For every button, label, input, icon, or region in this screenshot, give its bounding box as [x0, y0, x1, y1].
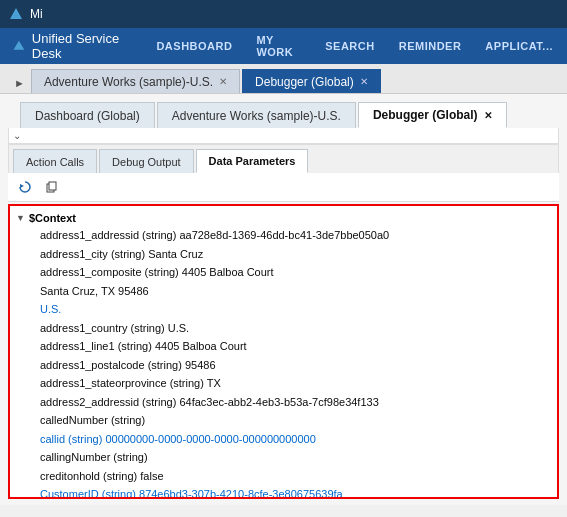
tree-item: address1_postalcode (string) 95486	[16, 356, 551, 375]
svg-rect-4	[49, 182, 56, 190]
data-panel[interactable]: ▼ $Context address1_addressid (string) a…	[8, 204, 559, 499]
root-label: $Context	[29, 212, 76, 224]
tree-item: address2_addressid (string) 64fac3ec-abb…	[16, 393, 551, 412]
nav-item-applicat[interactable]: APPLICAT...	[483, 36, 555, 56]
tab-debugger-global-close[interactable]: ✕	[360, 76, 368, 87]
tree-item: address1_city (string) Santa Cruz	[16, 245, 551, 264]
expand-icon[interactable]: ⌄	[13, 130, 21, 141]
tab-action-calls[interactable]: Action Calls	[13, 149, 97, 173]
svg-marker-2	[20, 184, 24, 188]
nav-item-dashboard[interactable]: DASHBOARD	[154, 36, 234, 56]
content-area: Dashboard (Global) Adventure Works (samp…	[0, 94, 567, 505]
tab-scroll-left[interactable]: ►	[8, 73, 31, 93]
nav-logo: Unified Service Desk	[12, 31, 124, 61]
top-tab-bar: ► Adventure Works (sample)-U.S. ✕ Debugg…	[0, 64, 567, 94]
nav-item-reminder[interactable]: REMINDER	[397, 36, 464, 56]
tab-data-parameters[interactable]: Data Parameters	[196, 149, 309, 173]
inner-tab-bar: Action Calls Debug Output Data Parameter…	[8, 144, 559, 173]
tree-item: Santa Cruz, TX 95486	[16, 282, 551, 301]
tab-dashboard-global-label: Dashboard (Global)	[35, 109, 140, 123]
tab-adventure-works-label: Adventure Works (sample)-U.S.	[44, 75, 213, 89]
tree-items: address1_addressid (string) aa728e8d-136…	[16, 226, 551, 499]
tab-debugger-global-second-label: Debugger (Global)	[373, 108, 478, 122]
tree-item: creditonhold (string) false	[16, 467, 551, 486]
svg-marker-1	[14, 41, 25, 50]
nav-item-search[interactable]: SEARCH	[323, 36, 376, 56]
tab-adventure-works-second-label: Adventure Works (sample)-U.S.	[172, 109, 341, 123]
tab-data-parameters-label: Data Parameters	[209, 155, 296, 167]
refresh-button[interactable]	[14, 176, 36, 198]
toolbar	[8, 173, 559, 202]
tab-debugger-close-second[interactable]: ✕	[484, 110, 492, 121]
tree-item[interactable]: U.S.	[16, 300, 551, 319]
svg-marker-0	[10, 8, 22, 19]
tree-item[interactable]: CustomerID (string) 874e6bd3-307b-4210-8…	[16, 485, 551, 499]
second-tab-bar: Dashboard (Global) Adventure Works (samp…	[8, 98, 559, 128]
tab-debugger-global-second[interactable]: Debugger (Global) ✕	[358, 102, 507, 128]
tab-debug-output[interactable]: Debug Output	[99, 149, 194, 173]
tab-action-calls-label: Action Calls	[26, 156, 84, 168]
tree-item[interactable]: callid (string) 00000000-0000-0000-0000-…	[16, 430, 551, 449]
tab-adventure-works[interactable]: Adventure Works (sample)-U.S. ✕	[31, 69, 240, 93]
tree-item: address1_line1 (string) 4405 Balboa Cour…	[16, 337, 551, 356]
nav-logo-text: Unified Service Desk	[32, 31, 125, 61]
tree-item: calledNumber (string)	[16, 411, 551, 430]
tab-debugger-global[interactable]: Debugger (Global) ✕	[242, 69, 381, 93]
nav-item-mywork[interactable]: MY WORK	[254, 30, 303, 62]
tab-dashboard-global[interactable]: Dashboard (Global)	[20, 102, 155, 128]
tree-item: address1_country (string) U.S.	[16, 319, 551, 338]
nav-bar: Unified Service Desk DASHBOARD MY WORK S…	[0, 28, 567, 64]
tree-item: callingNumber (string)	[16, 448, 551, 467]
tree-collapse-icon[interactable]: ▼	[16, 213, 25, 223]
tab-debugger-global-label: Debugger (Global)	[255, 75, 354, 89]
tree-item: address1_stateorprovince (string) TX	[16, 374, 551, 393]
copy-button[interactable]	[40, 176, 62, 198]
tab-adventure-works-second[interactable]: Adventure Works (sample)-U.S.	[157, 102, 356, 128]
expand-row: ⌄	[8, 128, 559, 144]
title-bar: Mi	[0, 0, 567, 28]
tab-adventure-works-close[interactable]: ✕	[219, 76, 227, 87]
tab-debug-output-label: Debug Output	[112, 156, 181, 168]
data-tree-root: ▼ $Context	[16, 210, 551, 226]
app-icon	[8, 6, 24, 22]
title-bar-text: Mi	[30, 7, 559, 21]
tree-item: address1_addressid (string) aa728e8d-136…	[16, 226, 551, 245]
tree-item: address1_composite (string) 4405 Balboa …	[16, 263, 551, 282]
